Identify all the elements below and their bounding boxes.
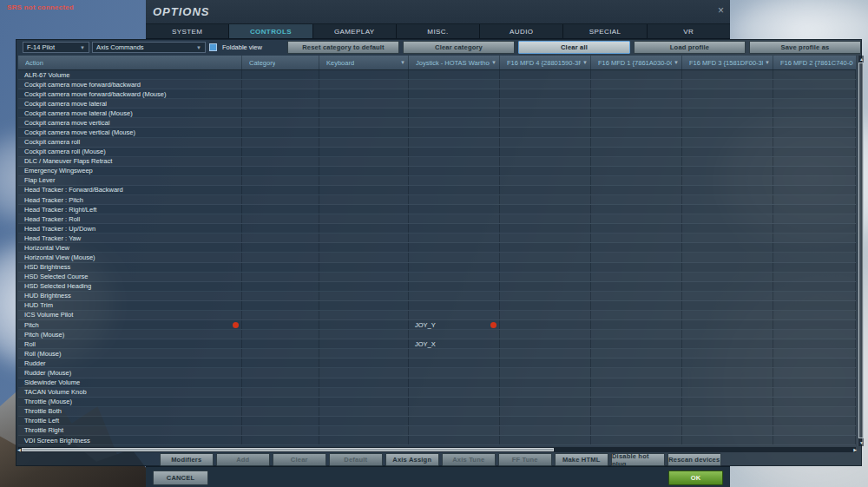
- cell-category[interactable]: [242, 282, 319, 291]
- cell-mfd3[interactable]: [682, 273, 773, 281]
- cell-joystick[interactable]: [409, 138, 500, 147]
- cell-mfd1[interactable]: [591, 128, 682, 136]
- table-row[interactable]: Cockpit camera roll: [18, 138, 856, 148]
- cell-mfd1[interactable]: [591, 99, 682, 108]
- aircraft-select[interactable]: F-14 Pilot ▼: [23, 42, 89, 53]
- cell-mfd4[interactable]: [500, 273, 591, 281]
- cell-joystick[interactable]: [409, 378, 500, 387]
- cell-category[interactable]: [242, 263, 319, 272]
- cell-mfd3[interactable]: [682, 388, 773, 397]
- cell-category[interactable]: [242, 426, 319, 435]
- cell-mfd3[interactable]: [682, 186, 773, 194]
- cell-mfd1[interactable]: [591, 138, 682, 147]
- cell-joystick[interactable]: [409, 109, 500, 117]
- cell-mfd1[interactable]: [591, 436, 682, 444]
- cell-action[interactable]: Emergency Wingsweep: [18, 167, 242, 175]
- cell-keyboard[interactable]: [319, 89, 409, 98]
- table-row[interactable]: TACAN Volume Knob: [18, 388, 856, 398]
- cell-joystick[interactable]: [409, 330, 500, 339]
- table-row[interactable]: Throttle Both: [18, 407, 856, 417]
- cell-mfd4[interactable]: [500, 301, 591, 310]
- cell-joystick[interactable]: [409, 167, 500, 175]
- cell-mfd1[interactable]: [591, 109, 682, 117]
- cell-joystick[interactable]: [409, 224, 500, 233]
- cell-action[interactable]: Head Tracker : Forward/Backward: [18, 186, 242, 194]
- cell-category[interactable]: [242, 292, 319, 300]
- cell-category[interactable]: [242, 80, 319, 89]
- cell-action[interactable]: Cockpit camera move vertical (Mouse): [18, 128, 242, 136]
- cell-keyboard[interactable]: [319, 128, 409, 136]
- cell-mfd2[interactable]: [773, 407, 856, 416]
- cell-mfd3[interactable]: [682, 195, 773, 204]
- cell-action[interactable]: Throttle Right: [18, 426, 242, 435]
- cell-action[interactable]: Roll (Mouse): [18, 349, 242, 358]
- cell-mfd2[interactable]: [773, 273, 856, 281]
- cell-category[interactable]: [242, 99, 319, 108]
- cell-mfd2[interactable]: [773, 311, 856, 319]
- cell-mfd2[interactable]: [773, 138, 856, 147]
- cell-mfd4[interactable]: [500, 320, 591, 329]
- cell-joystick[interactable]: [409, 148, 500, 156]
- cell-mfd3[interactable]: [682, 148, 773, 156]
- cell-mfd3[interactable]: [682, 436, 773, 444]
- chevron-down-icon[interactable]: ▼: [672, 60, 679, 65]
- cell-joystick[interactable]: [409, 234, 500, 242]
- cell-mfd4[interactable]: [500, 311, 591, 319]
- clear-category-button[interactable]: Clear category: [403, 41, 515, 54]
- cell-mfd2[interactable]: [773, 349, 856, 358]
- cell-keyboard[interactable]: [319, 99, 409, 108]
- horizontal-scroll-thumb[interactable]: [22, 448, 554, 451]
- table-row[interactable]: DLC / Maneuver Flaps Retract: [18, 157, 856, 167]
- cell-mfd4[interactable]: [500, 282, 591, 291]
- cell-mfd2[interactable]: [773, 388, 856, 397]
- vertical-scroll-thumb[interactable]: [858, 63, 864, 438]
- table-row[interactable]: Throttle Left: [18, 417, 856, 426]
- cell-mfd2[interactable]: [773, 224, 856, 233]
- cell-category[interactable]: [242, 253, 319, 261]
- tab-audio[interactable]: AUDIO: [480, 24, 563, 38]
- cell-category[interactable]: [242, 224, 319, 233]
- cell-category[interactable]: [242, 398, 319, 406]
- cell-action[interactable]: Cockpit camera move lateral (Mouse): [18, 109, 242, 117]
- cell-category[interactable]: [242, 388, 319, 397]
- cell-joystick[interactable]: [409, 359, 500, 367]
- cell-joystick[interactable]: [409, 253, 500, 261]
- cell-mfd4[interactable]: [500, 118, 591, 127]
- cell-joystick[interactable]: JOY_X: [409, 339, 500, 348]
- cell-category[interactable]: [242, 436, 319, 444]
- cell-mfd1[interactable]: [591, 176, 682, 185]
- cell-keyboard[interactable]: [319, 118, 409, 127]
- table-row[interactable]: Head Tracker : Roll: [18, 214, 856, 224]
- cell-category[interactable]: [242, 205, 319, 214]
- cell-category[interactable]: [242, 128, 319, 136]
- table-row[interactable]: Rudder (Mouse): [18, 368, 856, 378]
- cell-mfd4[interactable]: [500, 224, 591, 233]
- table-row[interactable]: Cockpit camera move forward/backward: [18, 80, 856, 89]
- cell-mfd4[interactable]: [500, 89, 591, 98]
- cell-keyboard[interactable]: [319, 426, 409, 435]
- ok-button[interactable]: OK: [668, 471, 723, 485]
- foldable-view-checkbox[interactable]: [209, 43, 217, 51]
- cell-keyboard[interactable]: [319, 339, 409, 348]
- cell-mfd4[interactable]: [500, 359, 591, 367]
- cell-mfd2[interactable]: [773, 263, 856, 272]
- cell-keyboard[interactable]: [319, 80, 409, 89]
- cell-mfd1[interactable]: [591, 407, 682, 416]
- cell-mfd2[interactable]: [773, 234, 856, 242]
- cell-mfd1[interactable]: [591, 167, 682, 175]
- cell-mfd1[interactable]: [591, 263, 682, 272]
- cell-mfd1[interactable]: [591, 417, 682, 425]
- table-row[interactable]: Head Tracker : Right/Left: [18, 205, 856, 214]
- cell-category[interactable]: [242, 195, 319, 204]
- table-row[interactable]: Cockpit camera move lateral (Mouse): [18, 109, 856, 118]
- table-row[interactable]: ICS Volume Pilot: [18, 311, 856, 320]
- cell-category[interactable]: [242, 89, 319, 98]
- cell-category[interactable]: [242, 339, 319, 348]
- cell-category[interactable]: [242, 214, 319, 223]
- cell-joystick[interactable]: [409, 368, 500, 377]
- cell-joystick[interactable]: JOY_Y: [409, 320, 500, 329]
- cell-action[interactable]: Head Tracker : Up/Down: [18, 224, 242, 233]
- cell-category[interactable]: [242, 70, 319, 79]
- table-row[interactable]: Head Tracker : Forward/Backward: [18, 186, 856, 195]
- cell-mfd4[interactable]: [500, 263, 591, 272]
